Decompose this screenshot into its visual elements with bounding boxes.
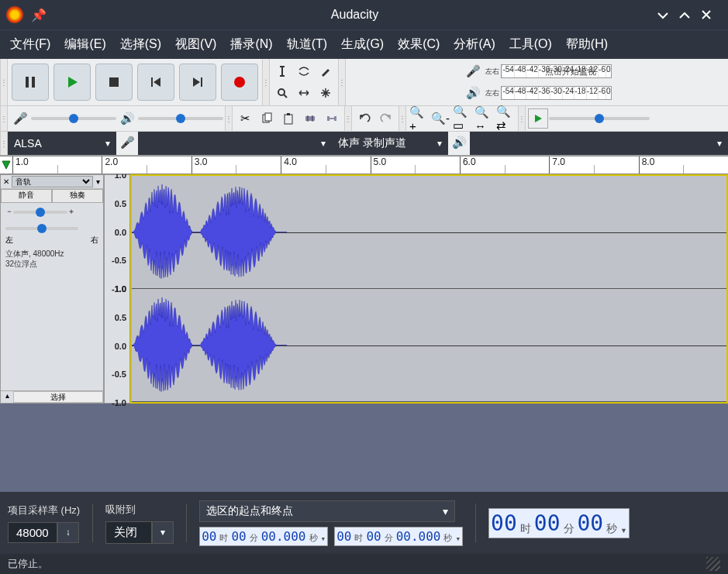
- mute-button[interactable]: 静音: [1, 189, 52, 203]
- toolbar-grip[interactable]: ⋮: [0, 132, 8, 155]
- menu-bar: 文件(F) 编辑(E) 选择(S) 视图(V) 播录(N) 轨道(T) 生成(G…: [0, 29, 728, 59]
- pan-slider[interactable]: [5, 227, 78, 230]
- record-meter[interactable]: -54-48 -42-36 -30-24 -18-12 -60 点击开始监视: [501, 64, 611, 78]
- copy-icon[interactable]: [257, 108, 277, 129]
- menu-tracks[interactable]: 轨道(T): [280, 32, 334, 57]
- close-button[interactable]: [700, 9, 722, 21]
- status-text: 已停止。: [8, 557, 48, 571]
- play-device-dropdown[interactable]: ▾: [470, 132, 728, 155]
- paste-icon[interactable]: [278, 108, 298, 129]
- zoom-toggle-icon[interactable]: 🔍⇄: [495, 108, 516, 129]
- toolbar-grip[interactable]: ⋮: [0, 59, 8, 105]
- play-volume-slider[interactable]: [138, 117, 223, 120]
- snap-dropdown[interactable]: 关闭: [105, 521, 152, 544]
- solo-button[interactable]: 独奏: [52, 189, 103, 203]
- waveform-right[interactable]: [132, 289, 726, 402]
- svg-rect-8: [265, 113, 271, 121]
- mic-icon: 🎤: [117, 132, 137, 153]
- toolbar-zone: ⋮ ⋮ ⋮ 🎤 左右: [0, 59, 728, 156]
- skip-end-button[interactable]: [179, 64, 216, 101]
- toolbar-grip[interactable]: ⋮: [518, 106, 526, 131]
- record-channels-dropdown[interactable]: 体声 录制声道▾: [332, 132, 448, 155]
- toolbar-grip[interactable]: ⋮: [0, 106, 8, 131]
- minimize-button[interactable]: [657, 9, 678, 21]
- redo-icon[interactable]: [376, 108, 396, 129]
- track-menu-dropdown[interactable]: 音轨: [12, 176, 93, 187]
- waveform-left[interactable]: [132, 176, 726, 289]
- toolbar-grip[interactable]: ⋮: [399, 106, 406, 131]
- selection-end-time[interactable]: 00时 00分 00.000秒▾: [334, 527, 463, 546]
- toolbar-grip[interactable]: ⋮: [344, 106, 352, 131]
- toolbar-grip[interactable]: ⋮: [338, 59, 346, 105]
- svg-rect-3: [151, 77, 153, 87]
- meters-toolbar: 🎤 左右 -54-48 -42-36 -30-24 -18-12 -60 点击开…: [346, 59, 728, 105]
- svg-rect-2: [109, 77, 119, 87]
- selection-tool-icon[interactable]: [272, 61, 292, 81]
- chevron-down-icon[interactable]: ▾: [93, 177, 103, 186]
- menu-view[interactable]: 视图(V): [168, 32, 223, 57]
- trim-icon[interactable]: [300, 108, 320, 129]
- menu-transport[interactable]: 播录(N): [223, 32, 279, 57]
- menu-effect[interactable]: 效果(C): [391, 32, 447, 57]
- menu-analyze[interactable]: 分析(A): [447, 32, 502, 57]
- gain-slider[interactable]: [13, 211, 67, 214]
- snap-label: 吸附到: [105, 503, 174, 517]
- play-speed-slider[interactable]: [549, 117, 650, 120]
- menu-help[interactable]: 帮助(H): [559, 32, 615, 57]
- undo-toolbar: [352, 106, 399, 131]
- vertical-scale[interactable]: 1.00.50.0-0.5-1.0 1.00.50.0-0.5-1.0: [104, 174, 130, 404]
- snap-dropdown-button[interactable]: ▾: [152, 521, 174, 544]
- skip-start-button[interactable]: [137, 64, 174, 101]
- undo-icon[interactable]: [354, 108, 374, 129]
- zoom-out-icon[interactable]: 🔍-: [430, 108, 450, 129]
- cut-icon[interactable]: ✂: [235, 108, 255, 129]
- menu-tools[interactable]: 工具(O): [502, 32, 559, 57]
- track-close-button[interactable]: ✕: [1, 177, 12, 186]
- collapse-icon[interactable]: ▴: [1, 391, 13, 403]
- audio-host-dropdown[interactable]: ALSA▾: [8, 132, 116, 155]
- project-rate-input[interactable]: 48000: [8, 522, 57, 543]
- audio-position-time[interactable]: 00时 00分 00秒▾: [488, 508, 630, 538]
- zoom-sel-icon[interactable]: 🔍▭: [452, 108, 472, 129]
- menu-file[interactable]: 文件(F): [3, 32, 57, 57]
- svg-rect-0: [26, 77, 29, 88]
- toolbar-grip[interactable]: ⋮: [262, 59, 270, 105]
- menu-select[interactable]: 选择(S): [113, 32, 168, 57]
- track-select-button[interactable]: 选择: [13, 391, 103, 403]
- mic-icon[interactable]: 🎤: [463, 61, 483, 81]
- track-control-panel: ✕ 音轨 ▾ 静音 独奏 －＋ 左右 立体声, 48000Hz32位浮点 ▴ 选…: [0, 174, 104, 404]
- zoom-tool-icon[interactable]: [272, 83, 292, 103]
- zoom-fit-icon[interactable]: 🔍↔: [474, 108, 494, 129]
- record-button[interactable]: [221, 64, 258, 101]
- play-meter[interactable]: -54-48 -42-36 -30-24 -18-12 -60: [501, 86, 611, 100]
- play-speed-button[interactable]: [528, 108, 548, 129]
- svg-point-5: [234, 77, 245, 88]
- stop-button[interactable]: [95, 64, 133, 101]
- toolbar-grip[interactable]: ⋮: [225, 106, 233, 131]
- menu-edit[interactable]: 编辑(E): [57, 32, 112, 57]
- timeshift-tool-icon[interactable]: [294, 83, 314, 103]
- pause-button[interactable]: [12, 64, 49, 101]
- play-button[interactable]: [53, 64, 91, 101]
- rate-dropdown-button[interactable]: ↓: [57, 522, 79, 543]
- envelope-tool-icon[interactable]: [294, 61, 314, 81]
- multi-tool-icon[interactable]: [316, 83, 336, 103]
- timeline-ruler[interactable]: 1.02.03.04.05.06.07.08.09.0: [0, 156, 728, 174]
- svg-rect-4: [201, 77, 202, 87]
- menu-generate[interactable]: 生成(G): [334, 32, 391, 57]
- waveform-view[interactable]: [130, 174, 728, 404]
- draw-tool-icon[interactable]: [316, 61, 336, 81]
- svg-point-6: [278, 89, 285, 95]
- maximize-button[interactable]: [678, 9, 700, 21]
- selection-bar: 项目采样率 (Hz) 48000 ↓ 吸附到 关闭 ▾ 选区的起点和终点▾ 00…: [0, 492, 728, 554]
- record-device-dropdown[interactable]: ▾: [138, 132, 332, 155]
- pin-icon[interactable]: 📌: [31, 8, 47, 22]
- speaker-icon[interactable]: 🔊: [463, 83, 483, 103]
- selection-start-time[interactable]: 00时 00分 00.000秒▾: [199, 527, 328, 546]
- silence-icon[interactable]: [322, 108, 342, 129]
- selection-mode-dropdown[interactable]: 选区的起点和终点▾: [199, 500, 455, 522]
- playhead-icon[interactable]: [0, 156, 12, 174]
- record-volume-slider[interactable]: [31, 117, 116, 120]
- zoom-in-icon[interactable]: 🔍+: [409, 108, 429, 129]
- resize-grip-icon[interactable]: [706, 557, 720, 571]
